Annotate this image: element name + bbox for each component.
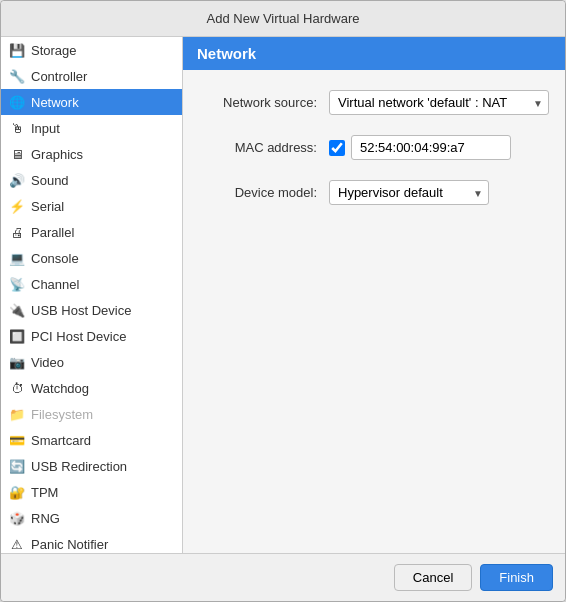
- sidebar-item-label-filesystem: Filesystem: [31, 407, 93, 422]
- sidebar-item-serial[interactable]: ⚡Serial: [1, 193, 182, 219]
- usb-redirection-icon: 🔄: [9, 458, 25, 474]
- controller-icon: 🔧: [9, 68, 25, 84]
- sidebar-item-controller[interactable]: 🔧Controller: [1, 63, 182, 89]
- sidebar-item-label-panic-notifier: Panic Notifier: [31, 537, 108, 552]
- mac-address-row: MAC address: 52:54:00:04:99:a7: [199, 135, 549, 160]
- sidebar-item-smartcard[interactable]: 💳Smartcard: [1, 427, 182, 453]
- sidebar-item-tpm[interactable]: 🔐TPM: [1, 479, 182, 505]
- add-hardware-dialog: Add New Virtual Hardware 💾Storage🔧Contro…: [0, 0, 566, 602]
- sidebar-item-usb-redirection[interactable]: 🔄USB Redirection: [1, 453, 182, 479]
- rng-icon: 🎲: [9, 510, 25, 526]
- usb-host-device-icon: 🔌: [9, 302, 25, 318]
- mac-address-control: 52:54:00:04:99:a7: [329, 135, 511, 160]
- sidebar-item-channel[interactable]: 📡Channel: [1, 271, 182, 297]
- sidebar-item-pci-host-device[interactable]: 🔲PCI Host Device: [1, 323, 182, 349]
- serial-icon: ⚡: [9, 198, 25, 214]
- device-model-row: Device model: Hypervisor defaultvirtioe1…: [199, 180, 549, 205]
- sidebar-item-label-tpm: TPM: [31, 485, 58, 500]
- device-model-select[interactable]: Hypervisor defaultvirtioe1000rtl8139: [329, 180, 489, 205]
- sidebar: 💾Storage🔧Controller🌐Network🖱Input🖥Graphi…: [1, 37, 183, 553]
- sidebar-item-network[interactable]: 🌐Network: [1, 89, 182, 115]
- input-icon: 🖱: [9, 120, 25, 136]
- sidebar-item-parallel[interactable]: 🖨Parallel: [1, 219, 182, 245]
- sidebar-item-usb-host-device[interactable]: 🔌USB Host Device: [1, 297, 182, 323]
- panic-notifier-icon: ⚠: [9, 536, 25, 552]
- smartcard-icon: 💳: [9, 432, 25, 448]
- sidebar-item-rng[interactable]: 🎲RNG: [1, 505, 182, 531]
- sidebar-item-console[interactable]: 💻Console: [1, 245, 182, 271]
- sidebar-item-label-channel: Channel: [31, 277, 79, 292]
- storage-icon: 💾: [9, 42, 25, 58]
- device-model-label: Device model:: [199, 185, 329, 200]
- cancel-button[interactable]: Cancel: [394, 564, 472, 591]
- sidebar-item-watchdog[interactable]: ⏱Watchdog: [1, 375, 182, 401]
- device-model-control: Hypervisor defaultvirtioe1000rtl8139: [329, 180, 489, 205]
- content-area: Network Network source: Virtual network …: [183, 37, 565, 553]
- video-icon: 📷: [9, 354, 25, 370]
- sidebar-item-label-usb-host-device: USB Host Device: [31, 303, 131, 318]
- network-source-row: Network source: Virtual network 'default…: [199, 90, 549, 115]
- pci-host-device-icon: 🔲: [9, 328, 25, 344]
- sidebar-item-label-console: Console: [31, 251, 79, 266]
- sidebar-item-label-storage: Storage: [31, 43, 77, 58]
- device-model-select-wrapper: Hypervisor defaultvirtioe1000rtl8139: [329, 180, 489, 205]
- sidebar-item-filesystem: 📁Filesystem: [1, 401, 182, 427]
- watchdog-icon: ⏱: [9, 380, 25, 396]
- graphics-icon: 🖥: [9, 146, 25, 162]
- sidebar-item-label-usb-redirection: USB Redirection: [31, 459, 127, 474]
- sidebar-item-panic-notifier[interactable]: ⚠Panic Notifier: [1, 531, 182, 553]
- parallel-icon: 🖨: [9, 224, 25, 240]
- mac-address-input[interactable]: 52:54:00:04:99:a7: [351, 135, 511, 160]
- sidebar-item-label-controller: Controller: [31, 69, 87, 84]
- network-source-select-wrapper: Virtual network 'default' : NATHost devi…: [329, 90, 549, 115]
- sidebar-item-label-input: Input: [31, 121, 60, 136]
- sidebar-item-label-graphics: Graphics: [31, 147, 83, 162]
- network-source-control: Virtual network 'default' : NATHost devi…: [329, 90, 549, 115]
- network-source-label: Network source:: [199, 95, 329, 110]
- sidebar-item-label-serial: Serial: [31, 199, 64, 214]
- sidebar-item-label-watchdog: Watchdog: [31, 381, 89, 396]
- dialog-title: Add New Virtual Hardware: [1, 1, 565, 37]
- dialog-footer: Cancel Finish: [1, 553, 565, 601]
- channel-icon: 📡: [9, 276, 25, 292]
- tpm-icon: 🔐: [9, 484, 25, 500]
- sidebar-item-label-sound: Sound: [31, 173, 69, 188]
- console-icon: 💻: [9, 250, 25, 266]
- finish-button[interactable]: Finish: [480, 564, 553, 591]
- sidebar-item-label-parallel: Parallel: [31, 225, 74, 240]
- network-icon: 🌐: [9, 94, 25, 110]
- sidebar-item-label-smartcard: Smartcard: [31, 433, 91, 448]
- network-source-select[interactable]: Virtual network 'default' : NATHost devi…: [329, 90, 549, 115]
- sidebar-item-label-pci-host-device: PCI Host Device: [31, 329, 126, 344]
- sidebar-item-label-video: Video: [31, 355, 64, 370]
- sidebar-item-label-rng: RNG: [31, 511, 60, 526]
- mac-address-label: MAC address:: [199, 140, 329, 155]
- sidebar-item-graphics[interactable]: 🖥Graphics: [1, 141, 182, 167]
- dialog-body: 💾Storage🔧Controller🌐Network🖱Input🖥Graphi…: [1, 37, 565, 553]
- mac-address-checkbox[interactable]: [329, 140, 345, 156]
- sound-icon: 🔊: [9, 172, 25, 188]
- sidebar-item-input[interactable]: 🖱Input: [1, 115, 182, 141]
- sidebar-item-label-network: Network: [31, 95, 79, 110]
- content-header: Network: [183, 37, 565, 70]
- sidebar-item-sound[interactable]: 🔊Sound: [1, 167, 182, 193]
- sidebar-item-video[interactable]: 📷Video: [1, 349, 182, 375]
- sidebar-item-storage[interactable]: 💾Storage: [1, 37, 182, 63]
- filesystem-icon: 📁: [9, 406, 25, 422]
